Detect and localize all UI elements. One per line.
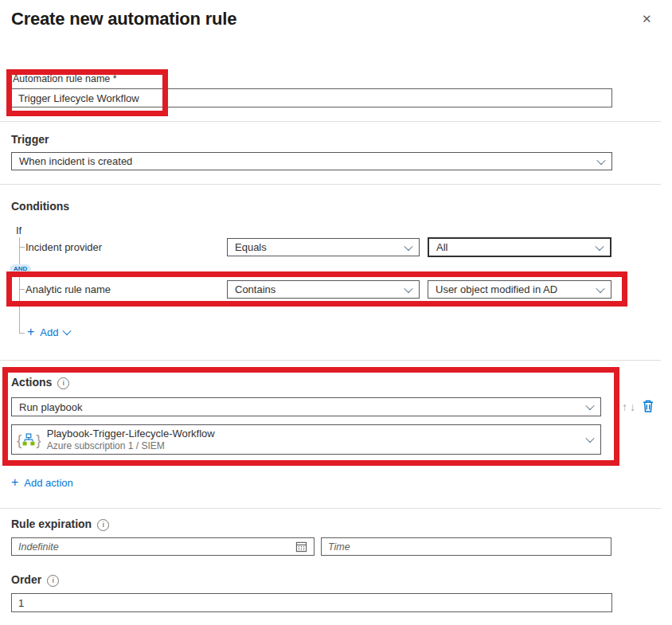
and-connector-badge: AND <box>10 264 31 274</box>
move-action-up-icon[interactable]: ↑ <box>622 401 627 412</box>
actions-label: Actionsi <box>11 376 69 389</box>
condition-value-select[interactable]: All <box>428 237 611 257</box>
playbook-logicapp-icon: { } <box>17 432 41 447</box>
chevron-down-icon <box>596 283 604 292</box>
tree-line-tick <box>19 247 25 248</box>
rule-name-value: Trigger Lifecycle Workflow <box>18 92 139 104</box>
playbook-subtitle: Azure subscription 1 / SIEM <box>47 440 215 452</box>
order-value: 1 <box>18 597 24 609</box>
order-label: Orderi <box>11 573 59 587</box>
playbook-select[interactable]: { } Playbook-Trigger-Lifecycle-Workflow … <box>11 424 601 455</box>
action-type-value: Run playbook <box>19 401 83 413</box>
condition-value-select[interactable]: User object modified in AD <box>428 280 611 299</box>
expiration-time-placeholder: Time <box>328 541 350 553</box>
condition-operator-value: Equals <box>235 241 267 253</box>
info-icon[interactable]: i <box>47 575 59 587</box>
rule-expiration-label: Rule expirationi <box>11 518 109 531</box>
rule-name-input[interactable]: Trigger Lifecycle Workflow <box>11 88 612 107</box>
rule-expiration-label-text: Rule expiration <box>11 518 92 530</box>
actions-label-text: Actions <box>11 376 52 389</box>
condition-operator-select[interactable]: Contains <box>227 280 420 299</box>
delete-action-icon[interactable] <box>642 399 654 413</box>
rule-name-label: Automation rule name * <box>13 73 117 84</box>
page-title: Create new automation rule <box>11 9 236 29</box>
add-condition-button[interactable]: + Add <box>27 326 70 338</box>
trigger-label: Trigger <box>11 133 49 146</box>
tree-line-tick <box>19 289 25 290</box>
condition-operator-select[interactable]: Equals <box>227 238 420 256</box>
tree-line-vertical <box>19 237 20 333</box>
divider <box>0 508 661 509</box>
expiration-date-input[interactable]: Indefinite <box>11 537 315 556</box>
create-automation-rule-panel: Create new automation rule ✕ Automation … <box>0 0 672 625</box>
chevron-down-icon <box>404 283 412 292</box>
chevron-down-icon <box>63 326 72 335</box>
plus-icon: + <box>27 326 34 338</box>
chevron-down-icon <box>585 401 594 410</box>
expiration-time-input[interactable]: Time <box>321 537 611 556</box>
order-label-text: Order <box>11 573 41 586</box>
calendar-icon[interactable] <box>295 541 307 553</box>
move-action-down-icon[interactable]: ↓ <box>630 401 635 412</box>
chevron-down-icon <box>404 241 412 250</box>
add-condition-label: Add <box>40 326 58 338</box>
close-icon[interactable]: ✕ <box>642 13 652 25</box>
info-icon[interactable]: i <box>97 519 109 531</box>
condition-value: All <box>436 241 447 253</box>
chevron-down-icon <box>595 241 604 250</box>
tree-line-elbow <box>19 333 25 334</box>
trigger-select[interactable]: When incident is created <box>11 152 612 170</box>
order-input[interactable]: 1 <box>11 593 612 612</box>
divider <box>0 184 661 185</box>
info-icon[interactable]: i <box>57 377 69 389</box>
expiration-date-placeholder: Indefinite <box>18 541 59 553</box>
conditions-label: Conditions <box>11 200 69 213</box>
condition-operator-value: Contains <box>235 283 275 295</box>
condition-field-label: Incident provider <box>25 241 102 253</box>
condition-field-label: Analytic rule name <box>25 283 111 295</box>
chevron-down-icon <box>596 155 605 164</box>
add-action-label: Add action <box>24 477 72 489</box>
chevron-down-icon <box>585 434 594 443</box>
divider <box>0 360 661 361</box>
add-action-button[interactable]: + Add action <box>11 476 73 489</box>
conditions-if-label: If <box>16 225 21 236</box>
divider <box>0 121 661 122</box>
playbook-name: Playbook-Trigger-Lifecycle-Workflow <box>47 427 215 440</box>
trigger-value: When incident is created <box>19 155 132 167</box>
action-type-select[interactable]: Run playbook <box>11 397 601 416</box>
condition-value: User object modified in AD <box>436 283 557 295</box>
plus-icon: + <box>11 476 18 489</box>
